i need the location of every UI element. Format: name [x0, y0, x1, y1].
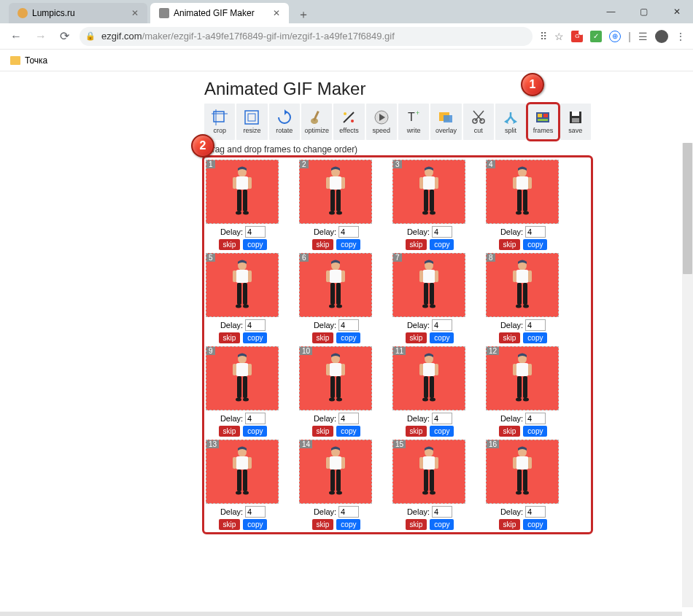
skip-button[interactable]: skip — [499, 239, 521, 250]
delay-input[interactable] — [432, 226, 452, 238]
frame-thumbnail[interactable]: 15 — [392, 440, 465, 504]
frame-thumbnail[interactable]: 11 — [392, 346, 465, 410]
browser-tab-ezgif[interactable]: Animated GIF Maker ✕ — [150, 3, 289, 23]
frame-thumbnail[interactable]: 3 — [392, 160, 465, 224]
minimize-button[interactable]: — — [595, 0, 627, 23]
delay-input[interactable] — [245, 319, 266, 331]
translate-icon[interactable]: ⠿ — [540, 31, 547, 42]
delay-input[interactable] — [338, 226, 359, 238]
delay-input[interactable] — [525, 226, 546, 238]
copy-button[interactable]: copy — [430, 519, 454, 530]
optimize-button[interactable]: optimize — [301, 104, 332, 140]
frame-cell[interactable]: 16Delay:skipcopy — [486, 440, 560, 530]
skip-button[interactable]: skip — [406, 519, 427, 530]
extension-icon[interactable]: ⊕ — [609, 31, 621, 42]
copy-button[interactable]: copy — [336, 239, 360, 250]
delay-input[interactable] — [525, 413, 546, 424]
frame-cell[interactable]: 10Delay:skipcopy — [299, 346, 373, 437]
cut-button[interactable]: cut — [463, 104, 494, 140]
back-button[interactable]: ← — [7, 27, 25, 46]
copy-button[interactable]: copy — [430, 332, 454, 343]
frame-thumbnail[interactable]: 9 — [206, 346, 279, 410]
skip-button[interactable]: skip — [312, 239, 334, 250]
effects-button[interactable]: effects — [333, 104, 364, 140]
copy-button[interactable]: copy — [243, 426, 267, 437]
delay-input[interactable] — [525, 319, 546, 331]
frame-cell[interactable]: 13Delay:skipcopy — [206, 440, 280, 530]
split-button[interactable]: split — [495, 104, 526, 140]
frame-cell[interactable]: 15Delay:skipcopy — [392, 440, 467, 530]
frame-cell[interactable]: 14Delay:skipcopy — [299, 440, 373, 530]
skip-button[interactable]: skip — [312, 426, 334, 437]
rotate-button[interactable]: rotate — [269, 104, 300, 140]
write-button[interactable]: T+ write — [398, 104, 429, 140]
reload-button[interactable]: ⟳ — [57, 26, 72, 46]
copy-button[interactable]: copy — [336, 426, 360, 437]
frame-cell[interactable]: 11Delay:skipcopy — [392, 346, 467, 437]
copy-button[interactable]: copy — [523, 426, 547, 437]
skip-button[interactable]: skip — [406, 332, 427, 343]
maximize-button[interactable]: ▢ — [627, 0, 660, 23]
avatar[interactable] — [655, 30, 668, 43]
delay-input[interactable] — [338, 506, 359, 518]
delay-input[interactable] — [245, 413, 266, 424]
frame-thumbnail[interactable]: 2 — [299, 160, 372, 224]
frame-thumbnail[interactable]: 13 — [206, 440, 279, 504]
frame-cell[interactable]: 3Delay:skipcopy — [392, 160, 467, 250]
delay-input[interactable] — [245, 506, 266, 518]
copy-button[interactable]: copy — [336, 519, 360, 530]
frame-thumbnail[interactable]: 4 — [486, 160, 559, 224]
skip-button[interactable]: skip — [499, 519, 521, 530]
copy-button[interactable]: copy — [523, 332, 547, 343]
frame-thumbnail[interactable]: 16 — [486, 440, 559, 504]
scroll-thumb[interactable] — [683, 143, 692, 274]
reading-list-icon[interactable]: ☰ — [638, 31, 648, 42]
frame-thumbnail[interactable]: 6 — [299, 253, 372, 317]
copy-button[interactable]: copy — [523, 519, 547, 530]
copy-button[interactable]: copy — [243, 332, 267, 343]
close-tab-icon[interactable]: ✕ — [131, 8, 139, 18]
frame-cell[interactable]: 1Delay:skipcopy — [206, 160, 280, 250]
scrollbar-horizontal[interactable] — [0, 612, 682, 616]
save-button[interactable]: save — [560, 104, 591, 140]
delay-input[interactable] — [245, 226, 266, 238]
delay-input[interactable] — [338, 319, 359, 331]
new-tab-button[interactable]: ＋ — [295, 6, 312, 23]
frame-thumbnail[interactable]: 8 — [486, 253, 559, 317]
frame-cell[interactable]: 9Delay:skipcopy — [206, 346, 280, 437]
skip-button[interactable]: skip — [406, 426, 427, 437]
frame-cell[interactable]: 12Delay:skipcopy — [486, 346, 560, 437]
delay-input[interactable] — [338, 413, 359, 424]
frame-cell[interactable]: 5Delay:skipcopy — [206, 253, 280, 343]
skip-button[interactable]: skip — [312, 519, 334, 530]
frame-cell[interactable]: 6Delay:skipcopy — [299, 253, 373, 343]
bookmark-item[interactable]: Точка — [25, 55, 47, 66]
frame-thumbnail[interactable]: 10 — [299, 346, 372, 410]
close-tab-icon[interactable]: ✕ — [273, 8, 280, 18]
frame-cell[interactable]: 8Delay:skipcopy — [486, 253, 560, 343]
copy-button[interactable]: copy — [243, 239, 267, 250]
delay-input[interactable] — [525, 506, 546, 518]
overlay-button[interactable]: overlay — [430, 104, 461, 140]
skip-button[interactable]: skip — [219, 426, 241, 437]
extension-icon[interactable]: G — [571, 31, 583, 42]
speed-button[interactable]: speed — [366, 104, 397, 140]
skip-button[interactable]: skip — [406, 239, 427, 250]
skip-button[interactable]: skip — [499, 426, 521, 437]
crop-button[interactable]: crop — [204, 104, 235, 140]
copy-button[interactable]: copy — [243, 519, 267, 530]
skip-button[interactable]: skip — [499, 332, 521, 343]
skip-button[interactable]: skip — [312, 332, 334, 343]
star-icon[interactable]: ☆ — [554, 31, 564, 42]
close-window-button[interactable]: ✕ — [660, 0, 693, 23]
frame-cell[interactable]: 2Delay:skipcopy — [299, 160, 373, 250]
frame-thumbnail[interactable]: 12 — [486, 346, 559, 410]
delay-input[interactable] — [432, 506, 452, 518]
copy-button[interactable]: copy — [336, 332, 360, 343]
frame-cell[interactable]: 7Delay:skipcopy — [392, 253, 467, 343]
skip-button[interactable]: skip — [219, 519, 241, 530]
skip-button[interactable]: skip — [219, 332, 241, 343]
frames-button[interactable]: frames — [527, 104, 558, 140]
delay-input[interactable] — [432, 319, 452, 331]
resize-button[interactable]: resize — [236, 104, 267, 140]
